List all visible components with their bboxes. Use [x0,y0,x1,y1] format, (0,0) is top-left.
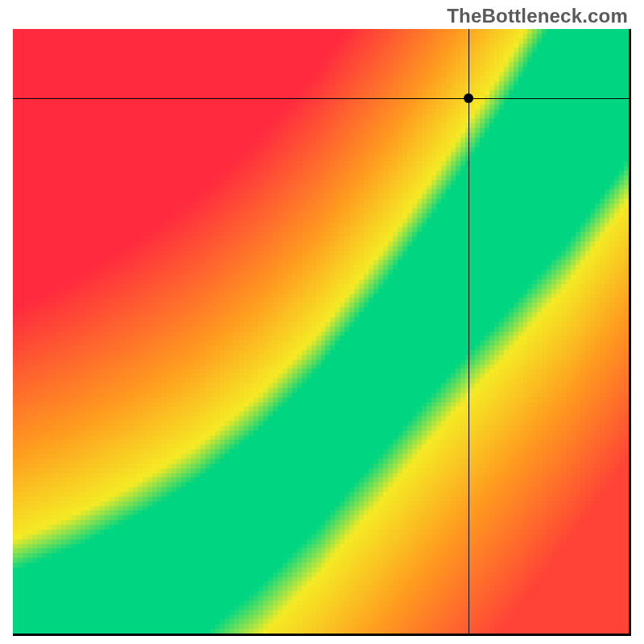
site-watermark: TheBottleneck.com [447,5,628,27]
crosshair-vertical [469,29,469,634]
bottleneck-marker [464,93,473,103]
crosshair-horizontal [13,98,629,99]
heatmap-plot [13,29,631,636]
heatmap-canvas [13,29,629,634]
